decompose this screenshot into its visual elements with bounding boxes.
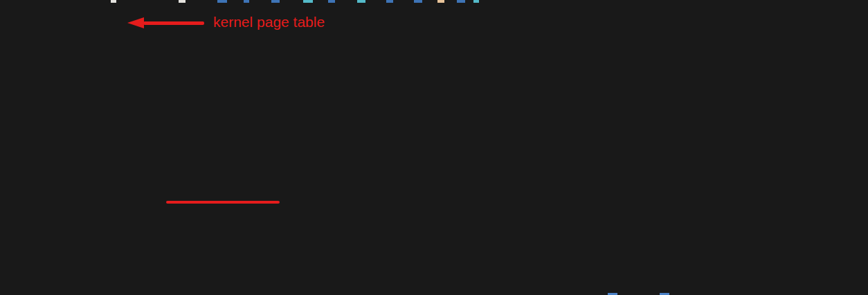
annotation-arrow-icon [127, 17, 144, 28]
terminal-screen[interactable]: CR00x80050033 [ PE WP PG ] *CR30x10c4da0… [0, 0, 868, 295]
annotation-arrow-shaft [143, 21, 204, 25]
annotation-label: kernel page table [213, 14, 325, 30]
clipped-line-top [6, 63, 868, 289]
